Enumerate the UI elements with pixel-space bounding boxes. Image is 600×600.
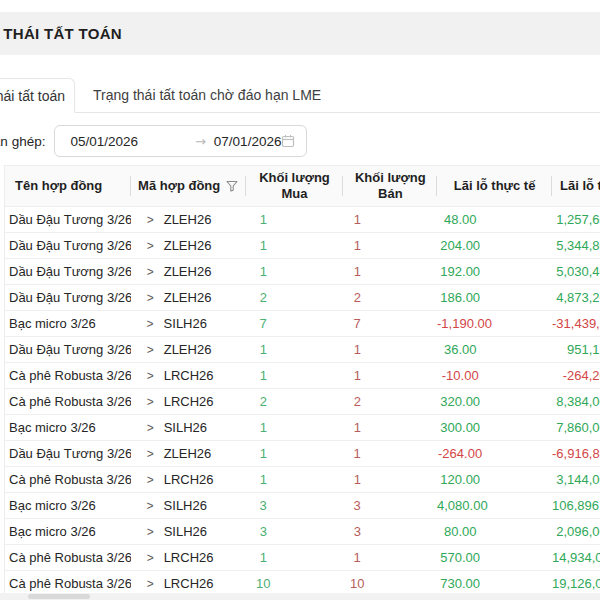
realized-pnl-cell: 204.00 [437, 238, 552, 253]
contract-name-cell: Dầu Đậu Tương 3/26 [5, 238, 131, 253]
converted-pnl-cell: 14,934,000 [552, 550, 600, 565]
contract-name-cell: Cà phê Robusta 3/26 [5, 576, 131, 591]
contract-code-cell: >ZLEH26 [131, 238, 246, 253]
contract-name-cell: Cà phê Robusta 3/26 [5, 550, 131, 565]
tab-label: Trạng thái tất toán chờ đáo hạn LME [93, 87, 321, 103]
sell-volume-cell: 3 [343, 498, 437, 513]
expand-chevron-icon[interactable]: > [147, 395, 154, 409]
realized-pnl-cell: 570.00 [437, 550, 552, 565]
expand-chevron-icon[interactable]: > [147, 499, 154, 513]
buy-volume-cell: 1 [245, 238, 343, 253]
converted-pnl-cell: -264,200 [552, 368, 600, 383]
contract-code: LRCH26 [164, 472, 214, 487]
converted-pnl-cell: -6,916,800 [552, 446, 600, 461]
table-row: Dầu Đậu Tương 3/26>ZLEH261136.00951,120 [5, 337, 600, 363]
sell-volume-cell: 1 [343, 264, 437, 279]
realized-pnl-cell: 36.00 [437, 342, 552, 357]
page-title: TRẠNG THÁI TẤT TOÁN [0, 25, 122, 42]
col-header-label: Mã hợp đồng [138, 178, 220, 194]
page-canvas: TRẠNG THÁI TẤT TOÁN Trạng thái tất toán … [0, 0, 600, 597]
contract-code: ZLEH26 [164, 290, 212, 305]
buy-volume-cell: 2 [245, 394, 343, 409]
realized-pnl-cell: 4,080.00 [437, 498, 552, 513]
expand-chevron-icon[interactable]: > [147, 473, 154, 487]
buy-volume-cell: 10 [245, 576, 343, 591]
col-header-contract-code: Mã hợp đồng [131, 166, 246, 206]
expand-chevron-icon[interactable]: > [147, 421, 154, 435]
contract-name-cell: Bạc micro 3/26 [5, 498, 131, 513]
contract-code-cell: >LRCH26 [131, 576, 246, 591]
realized-pnl-cell: -10.00 [437, 368, 552, 383]
contract-code-cell: >SILH26 [131, 498, 246, 513]
expand-chevron-icon[interactable]: > [147, 551, 154, 565]
sell-volume-cell: 1 [343, 446, 437, 461]
expand-chevron-icon[interactable]: > [147, 317, 154, 331]
buy-volume-cell: 1 [245, 472, 343, 487]
table-row: Dầu Đậu Tương 3/26>ZLEH261148.001,257,60… [5, 207, 600, 233]
buy-volume-cell: 1 [245, 420, 343, 435]
expand-chevron-icon[interactable]: > [147, 291, 154, 305]
expand-chevron-icon[interactable]: > [147, 577, 154, 591]
contract-code: SILH26 [164, 420, 207, 435]
sell-volume-cell: 1 [343, 212, 437, 227]
contract-name-cell: Dầu Đậu Tương 3/26 [5, 342, 131, 357]
buy-volume-cell: 1 [245, 342, 343, 357]
col-header-sell-volume: Khối lượng Bán [343, 166, 437, 206]
contract-code: ZLEH26 [164, 342, 212, 357]
realized-pnl-cell: 192.00 [437, 264, 552, 279]
table-row: Cà phê Robusta 3/26>LRCH2611120.003,144,… [5, 467, 600, 493]
contract-name-cell: Dầu Đậu Tương 3/26 [5, 264, 131, 279]
table-row: Bạc micro 3/26>SILH2677-1,190.00-31,439,… [5, 311, 600, 337]
converted-pnl-cell: 106,896,000 [552, 498, 600, 513]
contract-code-cell: >LRCH26 [131, 472, 246, 487]
buy-volume-cell: 2 [245, 290, 343, 305]
horizontal-scrollbar-thumb[interactable] [28, 594, 90, 599]
start-date-input[interactable]: 05/01/2026 [70, 134, 195, 149]
contract-name-cell: Dầu Đậu Tương 3/26 [5, 446, 131, 461]
contract-code: SILH26 [164, 524, 207, 539]
col-header-contract-name: Tên hợp đồng [5, 166, 131, 206]
table-row: Dầu Đậu Tương 3/26>ZLEH2611204.005,344,8… [5, 233, 600, 259]
realized-pnl-cell: 186.00 [437, 290, 552, 305]
table-row: Cà phê Robusta 3/26>LRCH2611-10.00-264,2… [5, 363, 600, 389]
tab-settlement-status-lme[interactable]: Trạng thái tất toán chờ đáo hạn LME [77, 77, 337, 112]
realized-pnl-cell: -264.00 [437, 446, 552, 461]
table-row: Bạc micro 3/26>SILH2611300.007,860,000 [5, 415, 600, 441]
converted-pnl-cell: 4,873,200 [552, 290, 600, 305]
top-spacer [0, 0, 600, 12]
sell-volume-cell: 1 [343, 342, 437, 357]
buy-volume-cell: 1 [245, 550, 343, 565]
sell-volume-cell: 1 [343, 238, 437, 253]
converted-pnl-cell: 5,344,800 [552, 238, 600, 253]
end-date-input[interactable]: 07/01/2026 [214, 134, 282, 149]
contract-name-cell: Cà phê Robusta 3/26 [5, 472, 131, 487]
horizontal-scrollbar-track[interactable] [0, 593, 600, 600]
expand-chevron-icon[interactable]: > [147, 213, 154, 227]
arrow-right-icon: → [195, 134, 214, 149]
expand-chevron-icon[interactable]: > [147, 265, 154, 279]
tab-settlement-status[interactable]: Trạng thái tất toán [0, 78, 75, 113]
buy-volume-cell: 1 [245, 264, 343, 279]
contract-code-cell: >LRCH26 [131, 368, 246, 383]
expand-chevron-icon[interactable]: > [147, 369, 154, 383]
sell-volume-cell: 3 [343, 524, 437, 539]
converted-pnl-cell: 3,144,000 [552, 472, 600, 487]
filter-icon[interactable] [226, 180, 238, 192]
expand-chevron-icon[interactable]: > [147, 447, 154, 461]
buy-volume-cell: 3 [245, 524, 343, 539]
converted-pnl-cell: 5,030,400 [552, 264, 600, 279]
table-row: Bạc micro 3/26>SILH26334,080.00106,896,0… [5, 493, 600, 519]
realized-pnl-cell: -1,190.00 [437, 316, 552, 331]
contract-code-cell: >LRCH26 [131, 550, 246, 565]
contract-code: ZLEH26 [164, 446, 212, 461]
expand-chevron-icon[interactable]: > [147, 239, 154, 253]
date-range-picker[interactable]: 05/01/2026 → 07/01/2026 [54, 125, 307, 157]
sell-volume-cell: 1 [343, 472, 437, 487]
contract-name-cell: Cà phê Robusta 3/26 [5, 394, 131, 409]
sell-volume-cell: 7 [343, 316, 437, 331]
calendar-icon[interactable] [281, 134, 295, 148]
expand-chevron-icon[interactable]: > [147, 343, 154, 357]
expand-chevron-icon[interactable]: > [147, 525, 154, 539]
buy-volume-cell: 7 [245, 316, 343, 331]
contract-code: LRCH26 [164, 576, 214, 591]
